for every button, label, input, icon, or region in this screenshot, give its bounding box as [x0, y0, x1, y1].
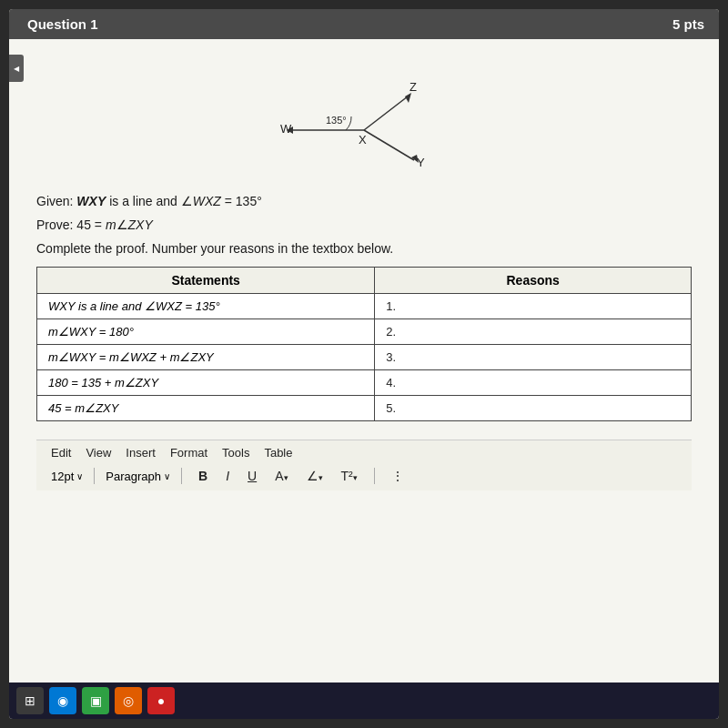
table-row: 45 = m∠ZXY 5. [37, 396, 692, 421]
stmt-3: m∠WXY = m∠WXZ + m∠ZXY [37, 345, 375, 370]
question-title: Question 1 [27, 16, 98, 32]
given-prefix: Given: [36, 194, 76, 208]
svg-line-3 [364, 130, 414, 160]
menu-view[interactable]: View [86, 446, 111, 460]
font-color-button[interactable]: A▾ [269, 467, 293, 485]
given-wxy: WXY [76, 194, 106, 208]
divider-3 [374, 468, 375, 484]
content-area: W Y Z X [9, 39, 719, 682]
reason-1[interactable]: 1. [375, 294, 692, 319]
taskbar-app2[interactable]: ● [147, 687, 175, 714]
format-bar: 12pt Paragraph B I U A▾ ∠▾ T²▾ ⋮ [51, 467, 677, 485]
header-bar: Question 1 5 pts [9, 9, 719, 39]
geometry-diagram: W Y Z X [36, 66, 692, 176]
svg-text:X: X [359, 133, 367, 147]
main-content: Question 1 5 pts W [9, 9, 719, 682]
svg-text:135°: 135° [326, 115, 347, 126]
paragraph-value: Paragraph [106, 470, 161, 483]
table-row: m∠WXY = 180° 2. [37, 319, 692, 345]
svg-text:W: W [280, 122, 292, 136]
divider-2 [181, 468, 182, 484]
menu-bar: Edit View Insert Format Tools Table [51, 446, 677, 460]
bold-button[interactable]: B [193, 467, 213, 485]
paragraph-dropdown[interactable]: Paragraph [106, 470, 170, 483]
prove-equation: 45 = m∠ZXY [76, 217, 152, 232]
diagram-svg: W Y Z X [264, 66, 464, 176]
svg-text:Y: Y [417, 156, 425, 169]
taskbar-files[interactable]: ▣ [82, 687, 109, 714]
given-text: Given: WXY is a line and ∠WXZ = 135° [36, 194, 692, 208]
prove-prefix: Prove: [36, 217, 76, 232]
points-label: 5 pts [672, 16, 704, 32]
reason-4[interactable]: 4. [375, 370, 692, 396]
proof-table: Statements Reasons WXY is a line and ∠WX… [36, 267, 692, 421]
taskbar-edge[interactable]: ◉ [49, 687, 76, 714]
divider-1 [94, 468, 95, 484]
more-options-button[interactable]: ⋮ [386, 467, 410, 485]
svg-text:Z: Z [410, 80, 417, 94]
left-tab[interactable] [9, 55, 24, 82]
menu-format[interactable]: Format [170, 446, 207, 460]
reason-3[interactable]: 3. [375, 345, 692, 370]
menu-insert[interactable]: Insert [126, 446, 156, 460]
taskbar-app1[interactable]: ◎ [115, 687, 142, 714]
stmt-1: WXY is a line and ∠WXZ = 135° [37, 294, 375, 319]
svg-marker-7 [405, 93, 411, 103]
table-row: WXY is a line and ∠WXZ = 135° 1. [37, 294, 692, 319]
taskbar-windows[interactable]: ⊞ [16, 687, 44, 714]
superscript-button[interactable]: T²▾ [336, 467, 363, 485]
menu-edit[interactable]: Edit [51, 446, 71, 460]
screen: Question 1 5 pts W [9, 9, 719, 719]
col-reasons: Reasons [375, 268, 692, 294]
menu-table[interactable]: Table [264, 446, 292, 460]
table-row: 180 = 135 + m∠ZXY 4. [37, 370, 692, 396]
reason-5[interactable]: 5. [375, 396, 692, 421]
svg-line-6 [364, 96, 408, 130]
highlight-button[interactable]: ∠▾ [301, 467, 329, 485]
taskbar: ⊞ ◉ ▣ ◎ ● [9, 682, 719, 719]
italic-button[interactable]: I [220, 467, 235, 485]
col-statements: Statements [37, 268, 375, 294]
given-rest: is a line and ∠WXZ = 135° [106, 194, 262, 208]
stmt-4: 180 = 135 + m∠ZXY [37, 370, 375, 396]
toolbar-area: Edit View Insert Format Tools Table 12pt… [36, 440, 692, 490]
font-size-value: 12pt [51, 470, 74, 483]
stmt-2: m∠WXY = 180° [37, 319, 375, 345]
font-size-dropdown[interactable]: 12pt [51, 470, 83, 483]
underline-button[interactable]: U [242, 467, 262, 485]
table-row: m∠WXY = m∠WXZ + m∠ZXY 3. [37, 345, 692, 370]
proof-instruction: Complete the proof. Number your reasons … [36, 241, 692, 256]
prove-text: Prove: 45 = m∠ZXY [36, 217, 692, 232]
stmt-5: 45 = m∠ZXY [37, 396, 375, 421]
menu-tools[interactable]: Tools [222, 446, 249, 460]
reason-2[interactable]: 2. [375, 319, 692, 345]
